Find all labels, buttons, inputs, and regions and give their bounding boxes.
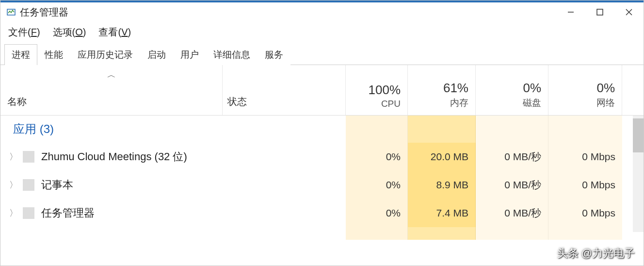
- cell-network: 0 Mbps: [548, 143, 622, 171]
- process-name: 任务管理器: [41, 206, 95, 220]
- disk-usage-total: 0%: [523, 81, 541, 96]
- sort-indicator-icon: ︿: [107, 69, 116, 81]
- cell-disk: 0 MB/秒: [476, 143, 548, 171]
- menubar: 文件(F) 选项(O) 查看(V): [0, 22, 644, 44]
- memory-usage-total: 61%: [443, 81, 468, 96]
- tab-users[interactable]: 用户: [173, 44, 206, 65]
- tab-services[interactable]: 服务: [258, 44, 290, 65]
- minimize-button[interactable]: [556, 2, 585, 22]
- column-header-status[interactable]: 状态: [223, 65, 346, 115]
- expand-icon[interactable]: 〉: [9, 151, 16, 163]
- svg-rect-2: [597, 9, 603, 15]
- cell-network: 0 Mbps: [548, 171, 622, 199]
- cell-cpu: 0%: [346, 199, 408, 227]
- app-icon: [6, 7, 16, 17]
- cell-disk: 0 MB/秒: [476, 199, 548, 227]
- vertical-scrollbar[interactable]: [633, 116, 644, 232]
- table-body: 应用 (3) 〉 Zhumu Cloud Meetings (32 位) 0% …: [0, 116, 644, 240]
- process-icon: [23, 207, 34, 219]
- column-header-disk[interactable]: 0% 磁盘: [476, 65, 548, 115]
- menu-options[interactable]: 选项(O): [53, 26, 86, 39]
- tab-processes[interactable]: 进程: [4, 44, 37, 65]
- tab-strip: 进程 性能 应用历史记录 启动 用户 详细信息 服务: [0, 44, 644, 65]
- cell-memory: 7.4 MB: [408, 199, 476, 227]
- column-header-network[interactable]: 0% 网络: [548, 65, 622, 115]
- close-button[interactable]: [614, 2, 644, 22]
- cell-network: 0 Mbps: [548, 199, 622, 227]
- process-icon: [23, 179, 34, 191]
- scrollbar-thumb[interactable]: [633, 118, 644, 152]
- tab-app-history[interactable]: 应用历史记录: [70, 44, 140, 65]
- process-row[interactable]: 〉 Zhumu Cloud Meetings (32 位) 0% 20.0 MB…: [0, 143, 644, 171]
- titlebar[interactable]: 任务管理器: [0, 0, 644, 22]
- window-controls: [556, 2, 644, 22]
- column-header-name[interactable]: ︿ 名称: [0, 65, 223, 115]
- maximize-button[interactable]: [585, 2, 614, 22]
- group-header-apps[interactable]: 应用 (3): [0, 116, 644, 143]
- tab-performance[interactable]: 性能: [37, 44, 70, 65]
- cell-memory: 20.0 MB: [408, 143, 476, 171]
- table-header: ︿ 名称 状态 100% CPU 61% 内存 0% 磁盘 0% 网络: [0, 65, 644, 116]
- process-row[interactable]: 〉 记事本 0% 8.9 MB 0 MB/秒 0 Mbps: [0, 171, 644, 199]
- process-table: ︿ 名称 状态 100% CPU 61% 内存 0% 磁盘 0% 网络 应用 (…: [0, 65, 644, 252]
- tab-startup[interactable]: 启动: [140, 44, 173, 65]
- cpu-usage-total: 100%: [369, 83, 401, 98]
- app-title: 任务管理器: [20, 6, 68, 19]
- tab-details[interactable]: 详细信息: [206, 44, 258, 65]
- expand-icon[interactable]: 〉: [9, 207, 16, 219]
- process-icon: [23, 151, 34, 163]
- cell-disk: 0 MB/秒: [476, 171, 548, 199]
- cell-cpu: 0%: [346, 143, 408, 171]
- process-name: Zhumu Cloud Meetings (32 位): [41, 150, 187, 164]
- network-usage-total: 0%: [596, 81, 615, 96]
- column-header-cpu[interactable]: 100% CPU: [346, 65, 408, 115]
- menu-file[interactable]: 文件(F): [8, 26, 40, 39]
- table-tail: [0, 227, 644, 240]
- column-header-memory[interactable]: 61% 内存: [408, 65, 476, 115]
- watermark: 头条 @力光电子: [557, 246, 635, 261]
- cell-cpu: 0%: [346, 171, 408, 199]
- menu-view[interactable]: 查看(V): [98, 26, 131, 39]
- process-name: 记事本: [41, 178, 73, 192]
- process-row[interactable]: 〉 任务管理器 0% 7.4 MB 0 MB/秒 0 Mbps: [0, 199, 644, 227]
- cell-memory: 8.9 MB: [408, 171, 476, 199]
- expand-icon[interactable]: 〉: [9, 179, 16, 191]
